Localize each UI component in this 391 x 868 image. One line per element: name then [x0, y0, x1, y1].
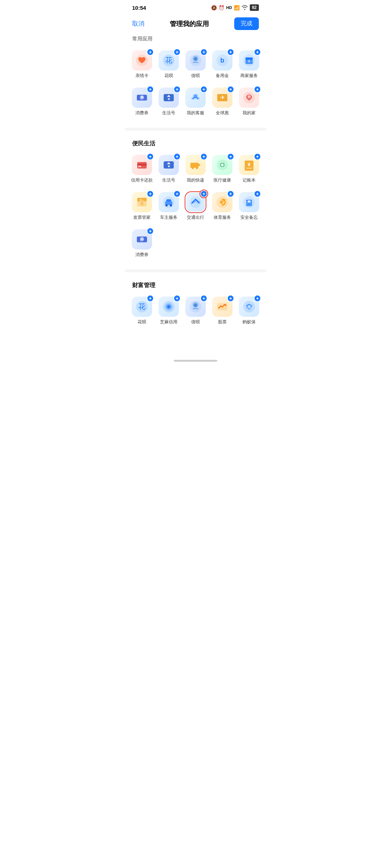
cancel-button[interactable]: 取消: [132, 20, 144, 28]
app-chezhu[interactable]: + 车主服务: [155, 188, 182, 226]
app-kuaidi[interactable]: + 我的快递: [182, 151, 209, 188]
svg-text:¥: ¥: [248, 59, 250, 63]
status-time: 10:54: [132, 5, 146, 11]
svg-text:花: 花: [165, 56, 172, 64]
app-beiyongjin[interactable]: b + 备用金: [209, 47, 236, 84]
app-label-shenghuohao: 生活号: [162, 177, 175, 183]
svg-rect-6: [193, 62, 198, 63]
app-shenghuohao[interactable]: ★ + 生活号: [155, 151, 182, 188]
changyong-grid: + 亲情卡 花 + 花呗: [125, 47, 266, 125]
svg-point-35: [192, 167, 194, 169]
app-jiebei[interactable]: + 借呗: [182, 47, 209, 84]
app-huabei[interactable]: 花 + 花呗: [155, 47, 182, 84]
app-label-jizhang: 记账本: [243, 177, 256, 183]
app-label-shenghuo: 生活号: [162, 110, 175, 116]
svg-text:b: b: [220, 57, 224, 64]
app-label-yiliao: 医疗健康: [214, 177, 231, 183]
plus-badge-zhimaxy[interactable]: +: [173, 295, 181, 302]
app-xiaofei2[interactable]: 券 + 消费券: [129, 226, 155, 263]
plus-badge-xiaofei2[interactable]: +: [147, 227, 154, 235]
svg-point-66: [168, 306, 170, 308]
svg-text:¥: ¥: [248, 162, 251, 167]
app-caifuhuabei[interactable]: 花 + 花呗: [129, 293, 155, 330]
app-label-jiebei: 借呗: [191, 73, 200, 79]
app-kefu[interactable]: + 我的客服: [182, 84, 209, 121]
plus-badge-shenghuohao[interactable]: +: [173, 153, 181, 160]
plus-badge-huabei[interactable]: +: [173, 48, 181, 56]
plus-badge-beiyongjin[interactable]: +: [227, 48, 234, 56]
app-gupiao[interactable]: + 股票: [209, 293, 236, 330]
app-shenghuo[interactable]: ★ + 生活号: [155, 84, 182, 121]
plus-badge-xiaofei[interactable]: +: [147, 86, 154, 93]
plus-badge-shenghuo[interactable]: +: [173, 86, 181, 93]
plus-badge-qinqingka[interactable]: +: [147, 48, 154, 56]
app-label-jiaotong: 交通出行: [187, 214, 204, 221]
app-xinyong[interactable]: + 信用卡还款: [129, 151, 155, 188]
app-label-xinyong: 信用卡还款: [131, 177, 153, 183]
app-qinqingka[interactable]: + 亲情卡: [129, 47, 155, 84]
app-xiaofei[interactable]: 券 + 消费券: [129, 84, 155, 121]
done-button[interactable]: 完成: [234, 17, 259, 30]
plus-badge-caifuhuabei[interactable]: +: [147, 295, 154, 302]
wifi-icon: [241, 5, 248, 10]
bottom-bar: [125, 356, 266, 364]
app-label-quanqiu: 全球惠: [216, 110, 229, 116]
plus-badge-fapiao[interactable]: +: [147, 190, 154, 197]
home-indicator: [174, 360, 217, 362]
plus-badge-tiyu[interactable]: +: [227, 190, 234, 197]
page-title: 管理我的应用: [170, 20, 209, 28]
plus-badge-quanqiu[interactable]: +: [227, 86, 234, 93]
app-label-xiaofei2: 消费券: [135, 252, 148, 258]
plus-badge-jiebei[interactable]: +: [200, 48, 207, 56]
svg-text:券: 券: [139, 237, 144, 242]
app-tiyu[interactable]: + 体育服务: [209, 188, 236, 226]
svg-rect-43: [246, 168, 252, 169]
plus-badge-xinyong[interactable]: +: [147, 153, 154, 160]
section-caifu: 财富管理 花 + 花呗: [125, 275, 266, 334]
app-label-kefu: 我的客服: [187, 110, 204, 116]
svg-rect-70: [193, 308, 198, 309]
app-label-caifujiebei: 借呗: [191, 319, 200, 325]
plus-badge-anquan[interactable]: +: [254, 190, 261, 197]
app-caifujiebei[interactable]: + 借呗: [182, 293, 209, 330]
plus-badge-kuaidi[interactable]: +: [200, 153, 207, 160]
plus-badge-mabao[interactable]: +: [254, 295, 261, 302]
app-label-shangjia: 商家服务: [240, 73, 258, 79]
svg-point-69: [194, 303, 197, 307]
mute-icon: 🔕: [211, 5, 217, 10]
svg-point-50: [165, 204, 168, 207]
app-jiating[interactable]: ♥ + 我的家: [236, 84, 262, 121]
svg-text:★: ★: [167, 164, 171, 168]
svg-rect-30: [138, 166, 141, 167]
alarm-icon: ⏰: [219, 5, 224, 10]
app-label-tiyu: 体育服务: [214, 214, 231, 221]
svg-rect-29: [137, 164, 147, 166]
svg-point-5: [194, 57, 197, 61]
plus-badge-yiliao[interactable]: +: [227, 153, 234, 160]
plus-badge-chezhu[interactable]: +: [173, 190, 181, 197]
app-shangjia[interactable]: ¥ + 商家服务: [236, 47, 262, 84]
app-quanqiu[interactable]: ✈ + 全球惠: [209, 84, 236, 121]
section-changyong: 常用应用 + 亲情卡 花: [125, 34, 266, 125]
svg-text:✈: ✈: [220, 94, 225, 101]
app-label-mabao: 蚂蚁保: [243, 319, 256, 325]
app-label-gupiao: 股票: [218, 319, 227, 325]
app-jizhang[interactable]: ¥ + 记账本: [236, 151, 262, 188]
app-zhimaxy[interactable]: + 芝麻信用: [155, 293, 182, 330]
plus-badge-jiaotong[interactable]: +: [200, 190, 207, 197]
plus-badge-caifujiebei[interactable]: +: [200, 295, 207, 302]
plus-badge-gupiao[interactable]: +: [227, 295, 234, 302]
nav-bar: 取消 管理我的应用 完成: [125, 14, 266, 34]
app-fapiao[interactable]: 羊= 票 + 发票管家: [129, 188, 155, 226]
svg-rect-58: [248, 202, 250, 205]
plus-badge-jizhang[interactable]: +: [254, 153, 261, 160]
plus-badge-shangjia[interactable]: +: [254, 48, 261, 56]
plus-badge-kefu[interactable]: +: [200, 86, 207, 93]
app-anquan[interactable]: + 安全备忘: [236, 188, 262, 226]
app-label-chezhu: 车主服务: [160, 214, 177, 221]
plus-badge-jiating[interactable]: +: [254, 86, 261, 93]
app-jiaotong[interactable]: + 交通出行: [182, 188, 209, 226]
app-yiliao[interactable]: + 医疗健康: [209, 151, 236, 188]
svg-point-51: [170, 204, 172, 207]
app-mabao[interactable]: 保 + 蚂蚁保: [236, 293, 262, 330]
